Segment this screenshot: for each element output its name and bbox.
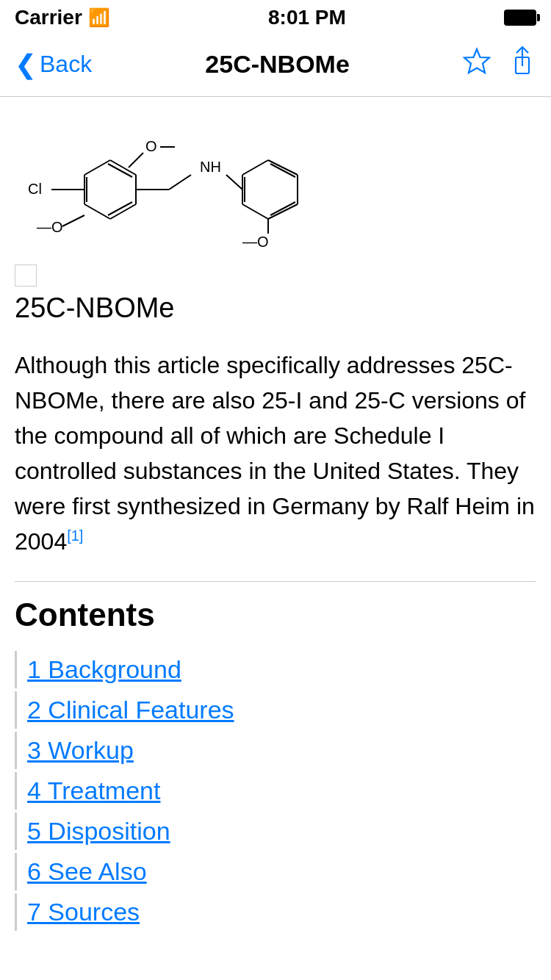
chemical-diagram: Cl O —O NH bbox=[15, 109, 536, 259]
list-item: 1 Background bbox=[15, 651, 536, 688]
contents-link[interactable]: 7 Sources bbox=[27, 898, 140, 926]
svg-line-5 bbox=[84, 204, 110, 219]
compound-name: 25C-NBOMe bbox=[15, 292, 175, 324]
description-text: Although this article specifically addre… bbox=[15, 347, 536, 559]
list-item: 2 Clinical Features bbox=[15, 691, 536, 729]
battery-icon bbox=[504, 10, 536, 26]
nav-actions bbox=[463, 46, 536, 83]
list-item: 6 See Also bbox=[15, 853, 536, 890]
contents-link[interactable]: 6 See Also bbox=[27, 857, 147, 886]
svg-text:—O: —O bbox=[37, 219, 63, 235]
svg-marker-0 bbox=[464, 49, 489, 73]
svg-line-21 bbox=[226, 175, 242, 190]
nav-bar: ❮ Back 25C-NBOMe bbox=[0, 32, 551, 97]
contents-section: Contents 1 Background2 Clinical Features… bbox=[15, 597, 536, 931]
color-swatch bbox=[15, 264, 37, 287]
contents-link[interactable]: 5 Disposition bbox=[27, 817, 170, 846]
favorite-icon[interactable] bbox=[463, 47, 491, 82]
svg-text:NH: NH bbox=[200, 159, 221, 175]
main-content: Cl O —O NH bbox=[0, 97, 551, 945]
svg-text:Cl: Cl bbox=[28, 181, 42, 197]
section-divider bbox=[15, 581, 536, 582]
contents-link[interactable]: 2 Clinical Features bbox=[27, 696, 234, 724]
svg-line-13 bbox=[129, 153, 143, 167]
share-icon[interactable] bbox=[508, 46, 536, 83]
svg-line-25 bbox=[268, 204, 298, 219]
back-label: Back bbox=[40, 51, 92, 78]
contents-link[interactable]: 3 Workup bbox=[27, 736, 134, 765]
svg-line-16 bbox=[62, 215, 84, 226]
contents-heading: Contents bbox=[15, 597, 536, 633]
citation-1[interactable]: [1] bbox=[67, 527, 83, 544]
battery-area bbox=[504, 10, 536, 26]
svg-line-28 bbox=[270, 164, 295, 177]
time-display: 8:01 PM bbox=[268, 6, 346, 29]
contents-link[interactable]: 4 Treatment bbox=[27, 777, 160, 805]
chemical-structure: Cl O —O NH bbox=[15, 109, 536, 339]
contents-link[interactable]: 1 Background bbox=[27, 655, 181, 684]
svg-text:O: O bbox=[145, 138, 157, 154]
back-button[interactable]: ❮ Back bbox=[15, 51, 92, 78]
svg-line-23 bbox=[268, 160, 298, 175]
svg-line-29 bbox=[270, 202, 295, 215]
svg-line-19 bbox=[169, 175, 191, 190]
list-item: 4 Treatment bbox=[15, 772, 536, 810]
carrier-label: Carrier bbox=[15, 6, 82, 29]
list-item: 3 Workup bbox=[15, 732, 536, 769]
contents-list: 1 Background2 Clinical Features3 Workup4… bbox=[15, 651, 536, 931]
list-item: 7 Sources bbox=[15, 893, 536, 931]
wifi-icon: 📶 bbox=[88, 7, 110, 28]
svg-line-7 bbox=[84, 160, 110, 175]
back-chevron-icon: ❮ bbox=[15, 51, 37, 78]
page-title: 25C-NBOMe bbox=[205, 50, 349, 79]
carrier-wifi: Carrier 📶 bbox=[15, 6, 110, 29]
svg-text:—O: —O bbox=[242, 234, 269, 250]
svg-line-22 bbox=[242, 160, 268, 175]
list-item: 5 Disposition bbox=[15, 813, 536, 850]
svg-line-26 bbox=[242, 204, 268, 219]
status-bar: Carrier 📶 8:01 PM bbox=[0, 0, 551, 32]
